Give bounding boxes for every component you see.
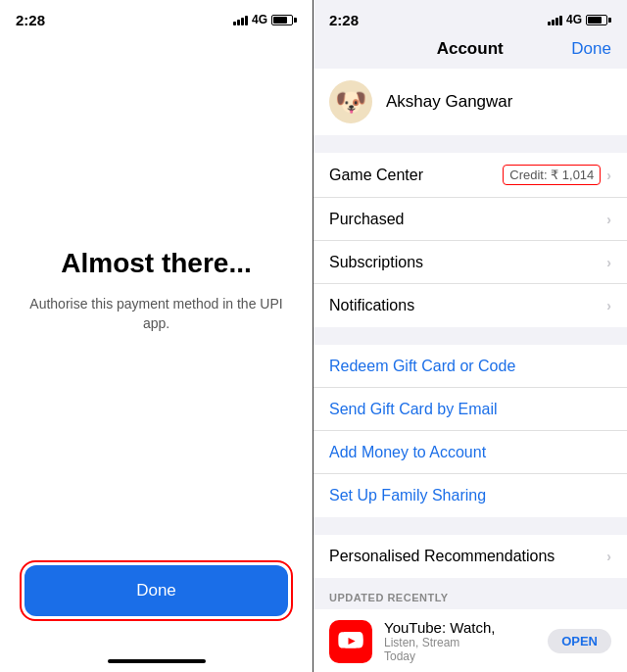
avatar: 🐶: [329, 80, 372, 123]
signal-icon: [233, 14, 248, 25]
youtube-title: YouTube: Watch,: [384, 619, 536, 636]
game-center-label: Game Center: [329, 167, 423, 184]
done-button-highlight: Done: [20, 560, 293, 621]
notifications-right: ›: [606, 298, 611, 313]
left-status-icons: 4G: [233, 13, 297, 26]
battery-icon: [271, 15, 297, 25]
right-panel: 2:28 4G Account Done 🐶 Akshay Ga: [314, 0, 627, 672]
youtube-icon: [329, 620, 372, 663]
youtube-play-icon: [338, 629, 363, 654]
left-status-bar: 2:28 4G: [0, 0, 313, 35]
chevron-icon-recommendations: ›: [606, 549, 611, 564]
chevron-icon: ›: [606, 168, 611, 183]
link-add-money[interactable]: Add Money to Account: [314, 431, 627, 474]
menu-section: Game Center Credit: ₹ 1,014 › Purchased …: [314, 153, 627, 327]
home-indicator: [0, 650, 313, 672]
subscriptions-right: ›: [606, 255, 611, 270]
network-icon: 4G: [252, 13, 267, 26]
youtube-row[interactable]: YouTube: Watch, Listen, Stream Today OPE…: [314, 609, 627, 672]
right-battery-icon: [586, 15, 611, 25]
link-family-sharing[interactable]: Set Up Family Sharing: [314, 474, 627, 517]
right-signal-icon: [548, 14, 562, 25]
page-title: Almost there...: [61, 247, 251, 280]
link-send-gift[interactable]: Send Gift Card by Email: [314, 388, 627, 431]
subscriptions-label: Subscriptions: [329, 254, 423, 271]
done-button[interactable]: Done: [24, 565, 288, 616]
scroll-content[interactable]: 🐶 Akshay Gangwar Game Center Credit: ₹ 1…: [314, 69, 627, 672]
recommendations-label: Personalised Recommendations: [329, 548, 555, 565]
left-bottom: Done: [0, 545, 313, 650]
nav-bar: Account Done: [314, 35, 627, 69]
list-item-recommendations[interactable]: Personalised Recommendations ›: [314, 535, 627, 578]
left-main-content: Almost there... Authorise this payment m…: [0, 35, 313, 545]
youtube-date: Today: [384, 649, 536, 663]
chevron-icon-notifications: ›: [606, 298, 611, 313]
recommendations-section: Personalised Recommendations ›: [314, 535, 627, 578]
profile-row[interactable]: 🐶 Akshay Gangwar: [314, 69, 627, 135]
page-subtitle: Authorise this payment method in the UPI…: [29, 295, 283, 333]
notifications-label: Notifications: [329, 297, 414, 314]
purchased-label: Purchased: [329, 211, 405, 228]
right-network-icon: 4G: [566, 13, 582, 26]
youtube-subtitle: Listen, Stream: [384, 636, 536, 649]
youtube-info: YouTube: Watch, Listen, Stream Today: [384, 619, 536, 663]
updated-label: Updated Recently: [314, 578, 627, 609]
recommendations-right: ›: [606, 549, 611, 564]
list-item-notifications[interactable]: Notifications ›: [314, 284, 627, 327]
game-center-right: Credit: ₹ 1,014 ›: [503, 165, 611, 185]
chevron-icon-purchased: ›: [606, 212, 611, 227]
list-item-subscriptions[interactable]: Subscriptions ›: [314, 241, 627, 284]
profile-name: Akshay Gangwar: [386, 92, 512, 112]
links-section: Redeem Gift Card or Code Send Gift Card …: [314, 345, 627, 517]
home-bar: [108, 659, 206, 663]
right-time: 2:28: [329, 12, 359, 28]
link-redeem[interactable]: Redeem Gift Card or Code: [314, 345, 627, 388]
purchased-right: ›: [606, 212, 611, 227]
nav-title: Account: [437, 39, 504, 59]
credit-badge: Credit: ₹ 1,014: [503, 165, 601, 185]
right-status-icons: 4G: [548, 13, 611, 26]
right-status-bar: 2:28 4G: [314, 0, 627, 35]
chevron-icon-subscriptions: ›: [606, 255, 611, 270]
list-item-purchased[interactable]: Purchased ›: [314, 198, 627, 241]
open-button[interactable]: OPEN: [548, 629, 611, 653]
list-item-game-center[interactable]: Game Center Credit: ₹ 1,014 ›: [314, 153, 627, 198]
left-time: 2:28: [16, 12, 45, 28]
nav-done-button[interactable]: Done: [571, 39, 611, 59]
left-panel: 2:28 4G Almost there... Authorise this p…: [0, 0, 314, 672]
